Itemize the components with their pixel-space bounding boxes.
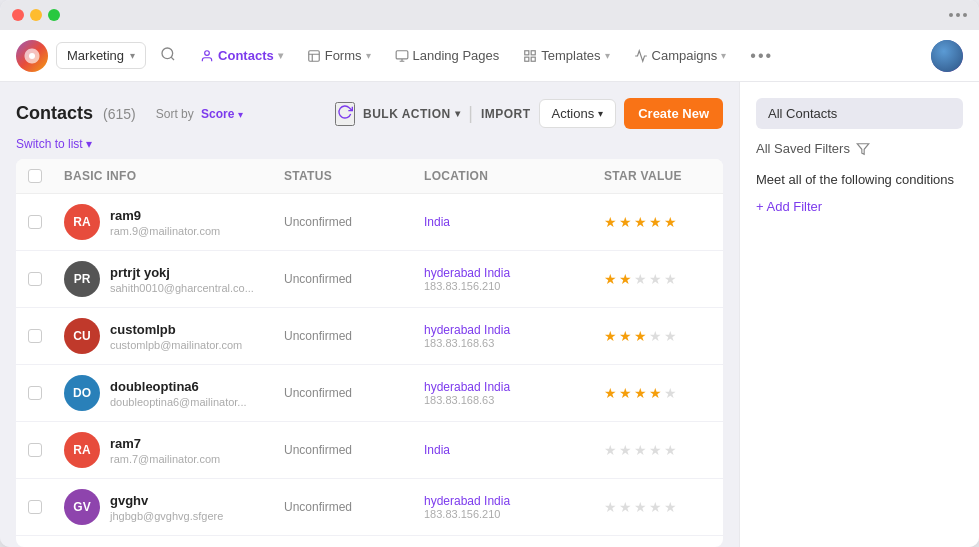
star: ★ bbox=[604, 214, 617, 230]
star-rating[interactable]: ★★★★★ bbox=[604, 271, 723, 287]
nav-item-templates[interactable]: Templates ▾ bbox=[513, 42, 619, 69]
landing-pages-icon bbox=[395, 49, 409, 63]
star: ★ bbox=[664, 385, 677, 401]
left-panel: Contacts (615) Sort by Score ▾ BULK ACTI… bbox=[0, 82, 739, 547]
star: ★ bbox=[664, 442, 677, 458]
add-filter-button[interactable]: + Add Filter bbox=[756, 199, 963, 214]
nav-templates-label: Templates bbox=[541, 48, 600, 63]
contacts-chevron: ▾ bbox=[278, 50, 283, 61]
location-ip: 183.83.168.63 bbox=[424, 337, 604, 349]
nav-item-contacts[interactable]: Contacts ▾ bbox=[190, 42, 293, 69]
user-avatar[interactable] bbox=[931, 40, 963, 72]
close-button[interactable] bbox=[12, 9, 24, 21]
star: ★ bbox=[634, 214, 647, 230]
star: ★ bbox=[634, 328, 647, 344]
svg-point-2 bbox=[162, 48, 173, 59]
nav-item-landing-pages[interactable]: Landing Pages bbox=[385, 42, 510, 69]
star: ★ bbox=[634, 442, 647, 458]
create-new-button[interactable]: Create New bbox=[624, 98, 723, 129]
bulk-action-button[interactable]: BULK ACTION ▾ bbox=[363, 107, 460, 121]
star: ★ bbox=[619, 271, 632, 287]
templates-icon bbox=[523, 49, 537, 63]
th-checkbox bbox=[28, 169, 64, 183]
saved-filters-button[interactable]: All Saved Filters bbox=[756, 141, 963, 156]
table-row: RA ram7 ram.7@mailinator.com Unconfirmed… bbox=[16, 422, 723, 479]
app-logo[interactable] bbox=[16, 40, 48, 72]
contacts-title: Contacts bbox=[16, 103, 93, 124]
row-checkbox-cell bbox=[28, 386, 64, 400]
contact-location: hyderabad India 183.83.156.210 bbox=[424, 266, 604, 292]
contacts-table: Basic Info Status Location Star Value RA… bbox=[16, 159, 723, 547]
location-city: India bbox=[424, 215, 604, 229]
svg-rect-9 bbox=[531, 57, 535, 61]
star-rating[interactable]: ★★★★★ bbox=[604, 442, 723, 458]
table-row: GV gvghv jhgbgb@gvghvg.sfgere Unconfirme… bbox=[16, 479, 723, 536]
campaigns-icon bbox=[634, 49, 648, 63]
star-rating[interactable]: ★★★★★ bbox=[604, 385, 723, 401]
contact-details: doubleoptina6 doubleoptina6@mailinator..… bbox=[110, 379, 247, 408]
contact-location: hyderabad India 183.83.168.63 bbox=[424, 323, 604, 349]
nav-landing-pages-label: Landing Pages bbox=[413, 48, 500, 63]
contact-status: Unconfirmed bbox=[284, 215, 424, 229]
star: ★ bbox=[649, 271, 662, 287]
row-checkbox[interactable] bbox=[28, 272, 42, 286]
location-ip: 183.83.156.210 bbox=[424, 508, 604, 520]
contact-name: prtrjt yokj bbox=[110, 265, 254, 280]
maximize-button[interactable] bbox=[48, 9, 60, 21]
sort-by-label: Sort by Score ▾ bbox=[156, 107, 243, 121]
refresh-button[interactable] bbox=[335, 102, 355, 126]
location-city: India bbox=[424, 443, 604, 457]
table-row: PR prtrjt yokj sahith0010@gharcentral.co… bbox=[16, 251, 723, 308]
contact-location: hyderabad India 183.83.168.63 bbox=[424, 380, 604, 406]
import-button[interactable]: IMPORT bbox=[481, 107, 531, 121]
actions-button[interactable]: Actions ▾ bbox=[539, 99, 617, 128]
nav-item-forms[interactable]: Forms ▾ bbox=[297, 42, 381, 69]
star-rating[interactable]: ★★★★★ bbox=[604, 328, 723, 344]
switch-to-list[interactable]: Switch to list ▾ bbox=[16, 137, 723, 151]
th-basic-info: Basic Info bbox=[64, 169, 284, 183]
contact-email: ram.9@mailinator.com bbox=[110, 225, 220, 237]
star: ★ bbox=[664, 499, 677, 515]
star: ★ bbox=[619, 214, 632, 230]
th-status: Status bbox=[284, 169, 424, 183]
contact-status: Unconfirmed bbox=[284, 443, 424, 457]
bulk-action-chevron: ▾ bbox=[455, 108, 461, 119]
star-rating[interactable]: ★★★★★ bbox=[604, 499, 723, 515]
location-ip: 183.83.168.63 bbox=[424, 394, 604, 406]
workspace-selector[interactable]: Marketing ▾ bbox=[56, 42, 146, 69]
row-checkbox[interactable] bbox=[28, 215, 42, 229]
row-checkbox[interactable] bbox=[28, 443, 42, 457]
star: ★ bbox=[649, 328, 662, 344]
row-checkbox[interactable] bbox=[28, 329, 42, 343]
contact-location: hyderabad India 183.83.156.210 bbox=[424, 494, 604, 520]
contact-info: DO doubleoptina6 doubleoptina6@mailinato… bbox=[64, 375, 284, 411]
star: ★ bbox=[604, 499, 617, 515]
row-checkbox-cell bbox=[28, 329, 64, 343]
sort-value[interactable]: Score bbox=[201, 107, 234, 121]
contact-info: PR prtrjt yokj sahith0010@gharcentral.co… bbox=[64, 261, 284, 297]
star: ★ bbox=[619, 442, 632, 458]
contact-name: ram9 bbox=[110, 208, 220, 223]
star: ★ bbox=[619, 328, 632, 344]
contact-info: GV gvghv jhgbgb@gvghvg.sfgere bbox=[64, 489, 284, 525]
nav-item-campaigns[interactable]: Campaigns ▾ bbox=[624, 42, 737, 69]
minimize-button[interactable] bbox=[30, 9, 42, 21]
select-all-checkbox[interactable] bbox=[28, 169, 42, 183]
table-header: Basic Info Status Location Star Value bbox=[16, 159, 723, 194]
nav-more-button[interactable]: ••• bbox=[740, 41, 783, 71]
row-checkbox[interactable] bbox=[28, 500, 42, 514]
star: ★ bbox=[649, 385, 662, 401]
search-button[interactable] bbox=[154, 40, 182, 72]
star-rating[interactable]: ★★★★★ bbox=[604, 214, 723, 230]
table-row: CU customlpb customlpb@mailinator.com Un… bbox=[16, 308, 723, 365]
table-body: RA ram9 ram.9@mailinator.com Unconfirmed… bbox=[16, 194, 723, 547]
titlebar-menu bbox=[949, 13, 967, 17]
row-checkbox[interactable] bbox=[28, 386, 42, 400]
contact-email: customlpb@mailinator.com bbox=[110, 339, 242, 351]
th-star-value: Star Value bbox=[604, 169, 723, 183]
svg-rect-5 bbox=[396, 50, 408, 58]
meet-conditions-label: Meet all of the following conditions bbox=[756, 168, 963, 187]
titlebar bbox=[0, 0, 979, 30]
contacts-count: (615) bbox=[103, 106, 136, 122]
all-contacts-button[interactable]: All Contacts bbox=[756, 98, 963, 129]
